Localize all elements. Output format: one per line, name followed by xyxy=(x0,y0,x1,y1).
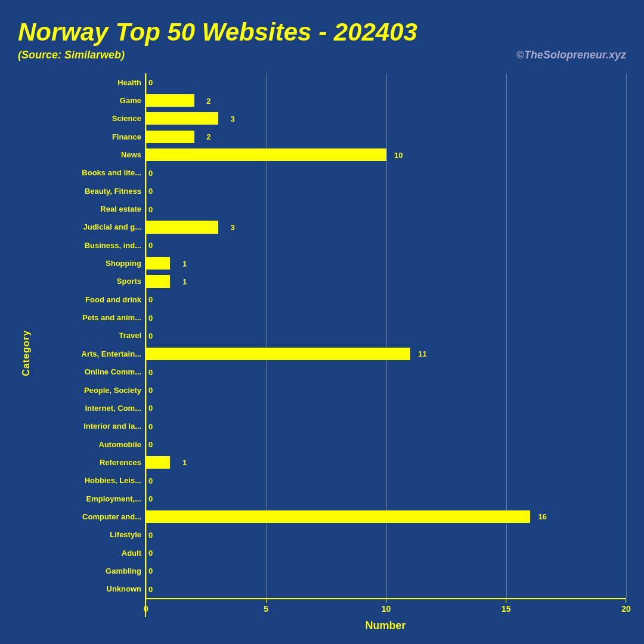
bar: 1 xyxy=(146,275,170,287)
category-label: Judicial and g... xyxy=(35,218,145,236)
category-label: Books and lite... xyxy=(35,164,145,182)
bar-value: 0 xyxy=(148,422,153,431)
bar: 0 xyxy=(146,383,147,396)
x-tick: 0 xyxy=(144,599,148,614)
bar-row: 1 xyxy=(146,273,626,290)
bar-row: 0 xyxy=(146,182,626,200)
bar: 0 xyxy=(146,420,147,432)
bar: 3 xyxy=(146,112,218,125)
bar-value: 0 xyxy=(148,386,153,395)
bar: 0 xyxy=(146,474,147,487)
x-tick-mark xyxy=(506,599,506,603)
category-label: Computer and... xyxy=(35,507,145,525)
y-axis-label: Category xyxy=(21,330,32,376)
category-label: References xyxy=(35,453,145,471)
category-labels: HealthGameScienceFinanceNewsBooks and li… xyxy=(35,73,145,598)
x-tick: 20 xyxy=(621,599,631,614)
bar-row: 2 xyxy=(146,128,626,145)
bar-row: 0 xyxy=(146,580,626,598)
category-label: People, Society xyxy=(35,381,145,399)
x-axis-ticks: 05101520 xyxy=(145,599,626,617)
category-label: Employment,... xyxy=(35,490,145,507)
x-tick-label: 5 xyxy=(264,604,268,614)
bar-value: 0 xyxy=(148,404,153,413)
bar-row: 0 xyxy=(146,472,626,490)
copyright: ©TheSolopreneur.xyz xyxy=(516,49,626,61)
x-tick: 5 xyxy=(264,599,268,614)
bar-row: 0 xyxy=(146,290,626,308)
bar-value: 0 xyxy=(148,584,153,593)
category-label: Interior and la... xyxy=(35,417,145,435)
category-label: Beauty, Fitness xyxy=(35,182,145,200)
bar: 11 xyxy=(146,348,410,360)
bar-value: 0 xyxy=(148,187,153,196)
bar-value: 0 xyxy=(148,205,153,213)
bar-value: 11 xyxy=(418,349,426,358)
bar: 3 xyxy=(146,221,218,233)
bar: 1 xyxy=(146,257,170,270)
bar-row: 10 xyxy=(146,145,626,163)
bar-row: 0 xyxy=(146,327,626,345)
category-label: Automobile xyxy=(35,435,145,453)
bar: 0 xyxy=(146,311,147,324)
bar-row: 3 xyxy=(146,110,626,128)
bar-value: 2 xyxy=(206,132,210,141)
bar: 0 xyxy=(146,438,147,450)
chart-inner: Category HealthGameScienceFinanceNewsBoo… xyxy=(18,73,626,632)
category-label: Unknown xyxy=(35,580,145,598)
bar-row: 0 xyxy=(146,399,626,417)
bar-value: 10 xyxy=(394,150,402,159)
bar-value: 1 xyxy=(182,458,187,467)
bar-value: 0 xyxy=(148,331,153,340)
bar-row: 0 xyxy=(146,417,626,435)
chart-with-labels: HealthGameScienceFinanceNewsBooks and li… xyxy=(35,73,626,632)
bar-value: 0 xyxy=(148,494,153,503)
bar-value: 0 xyxy=(148,241,153,250)
bar: 2 xyxy=(146,131,194,143)
bar-row: 16 xyxy=(146,507,626,525)
category-label: Arts, Entertain... xyxy=(35,345,145,363)
bar-row: 0 xyxy=(146,526,626,544)
bar-row: 0 xyxy=(146,381,626,399)
bar-row: 0 xyxy=(146,73,626,91)
bar-row: 0 xyxy=(146,200,626,218)
category-label: Gambling xyxy=(35,562,145,580)
category-label: Finance xyxy=(35,128,145,145)
subtitle: (Source: Similarweb) xyxy=(18,49,125,61)
x-tick-label: 20 xyxy=(621,604,631,614)
x-axis-area: 05101520 xyxy=(145,598,626,617)
bar: 0 xyxy=(146,565,147,577)
bar: 1 xyxy=(146,456,170,469)
bar-row: 2 xyxy=(146,91,626,109)
bar: 2 xyxy=(146,94,194,107)
x-tick-mark xyxy=(266,599,267,603)
bar-value: 2 xyxy=(206,96,210,105)
bar-row: 0 xyxy=(146,236,626,254)
subtitle-row: (Source: Similarweb) ©TheSolopreneur.xyz xyxy=(18,49,626,61)
category-label: Real estate xyxy=(35,200,145,218)
bar-row: 0 xyxy=(146,544,626,562)
grid-line xyxy=(626,73,627,598)
x-tick-label: 10 xyxy=(382,604,391,614)
category-label: Science xyxy=(35,110,145,128)
bar-row: 0 xyxy=(146,562,626,580)
category-label: Health xyxy=(35,73,145,91)
category-label: Adult xyxy=(35,544,145,562)
category-label: Food and drink xyxy=(35,290,145,308)
bar-value: 0 xyxy=(148,313,153,322)
bar: 0 xyxy=(146,185,147,197)
category-label: Pets and anim... xyxy=(35,308,145,326)
bar: 0 xyxy=(146,329,147,342)
bar-row: 11 xyxy=(146,345,626,363)
category-label: Shopping xyxy=(35,254,145,272)
bar: 0 xyxy=(146,366,147,378)
bar: 0 xyxy=(146,76,147,89)
bars-section: HealthGameScienceFinanceNewsBooks and li… xyxy=(35,73,626,598)
category-label: Internet, Com... xyxy=(35,399,145,417)
category-label: Online Comm... xyxy=(35,363,145,381)
bar: 16 xyxy=(146,510,530,523)
chart-title: Norway Top 50 Websites - 202403 xyxy=(18,18,626,47)
category-label: Sports xyxy=(35,273,145,290)
category-label: Hobbies, Leis... xyxy=(35,472,145,490)
bar-value: 0 xyxy=(148,78,153,87)
